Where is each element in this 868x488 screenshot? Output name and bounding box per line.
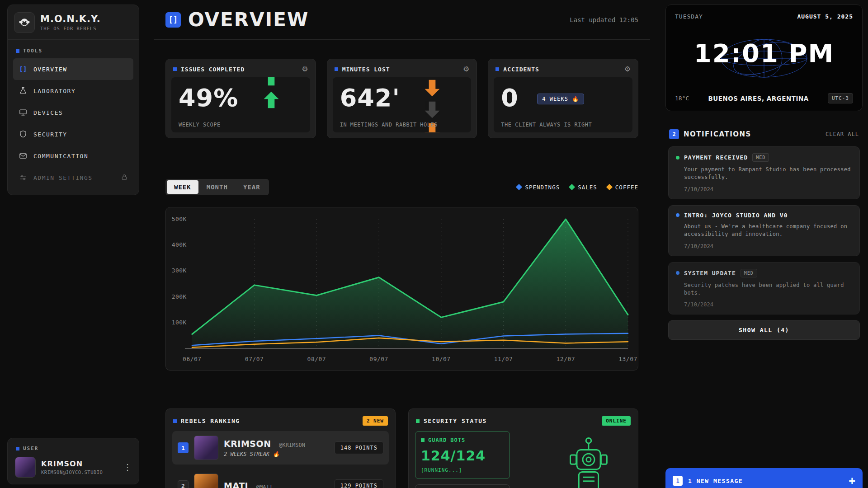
sidebar-item-label: SECURITY bbox=[33, 131, 67, 138]
points-badge: 148 POINTS bbox=[335, 441, 383, 454]
sidebar-item-devices[interactable]: DEVICES bbox=[13, 102, 133, 123]
diamond-icon bbox=[569, 184, 575, 190]
stats-row: ISSUES COMPLETED ⚙ 49% WEEKLY SCOPE MINU… bbox=[165, 59, 638, 138]
sidebar-item-label: COMMUNICATION bbox=[33, 153, 88, 160]
clear-all-button[interactable]: CLEAR ALL bbox=[826, 131, 859, 137]
svg-text:08/07: 08/07 bbox=[307, 356, 326, 362]
monitor-icon bbox=[19, 108, 28, 117]
overview-brackets-icon: [] bbox=[19, 66, 28, 73]
user-menu-button[interactable]: ⋮ bbox=[123, 462, 132, 472]
bottom-row: REBELS RANKING 2 NEW 1 KRIMSON @KRIMSON … bbox=[165, 408, 638, 488]
legend-label: SPENDINGS bbox=[525, 184, 560, 191]
stat-value-box: 642' IN MEETINGS AND RABBIT HOLES bbox=[333, 77, 472, 132]
notification-intro[interactable]: INTRO: JOYCO STUDIO AND V0 About us - We… bbox=[668, 205, 860, 256]
gear-icon[interactable]: ⚙ bbox=[463, 66, 469, 73]
sidebar-item-overview[interactable]: [] OVERVIEW bbox=[13, 58, 133, 80]
stat-bullet bbox=[335, 67, 338, 71]
sidebar-item-communication[interactable]: COMMUNICATION bbox=[13, 145, 133, 167]
clock-card: TUESDAY AUGUST 5, 2025 12:01 PM 18°C BUE… bbox=[665, 5, 863, 111]
rank-number: 1 bbox=[178, 442, 189, 453]
status-dot bbox=[676, 271, 679, 275]
user-card: USER KRIMSON KRIMSON@JOYCO.STUDIO ⋮ bbox=[7, 438, 139, 484]
svg-text:11/07: 11/07 bbox=[494, 356, 513, 362]
clock-day: TUESDAY bbox=[675, 13, 703, 20]
page-header: [] OVERVIEW Last updated 12:05 bbox=[154, 0, 650, 40]
user-label-text: USER bbox=[23, 446, 39, 451]
panel-bullet bbox=[416, 419, 420, 423]
message-label: 1 NEW MESSAGE bbox=[688, 478, 743, 484]
stat-title: ACCIDENTS bbox=[503, 66, 539, 73]
status-dot bbox=[676, 156, 679, 160]
section-bullet bbox=[16, 447, 19, 450]
stat-value: 0 bbox=[501, 84, 519, 112]
status-dot bbox=[676, 213, 679, 217]
avatar bbox=[194, 436, 218, 460]
guard-bots-status: [RUNNING...] bbox=[421, 467, 504, 473]
svg-text:300K: 300K bbox=[172, 267, 187, 274]
line-chart: 500K400K300K200K100K06/0707/0708/0709/07… bbox=[166, 207, 638, 370]
streak-badge: 4 WEEKS 🔥 bbox=[537, 94, 584, 104]
lock-icon bbox=[121, 174, 128, 182]
chart-legend: SPENDINGS SALES COFFEE bbox=[517, 184, 638, 191]
sidebar-item-security[interactable]: SECURITY bbox=[13, 123, 133, 145]
new-badge: 2 NEW bbox=[363, 416, 388, 426]
tab-week[interactable]: WEEK bbox=[167, 180, 198, 194]
notification-date: 7/10/2024 bbox=[684, 301, 852, 308]
notification-title: PAYMENT RECEIVED bbox=[684, 154, 748, 161]
svg-text:500K: 500K bbox=[172, 216, 187, 222]
stat-card-minutes-lost: MINUTES LOST ⚙ 642' IN MEETINGS AND RABB… bbox=[327, 59, 477, 138]
rank-streak: 2 WEEKS STREAK 🔥 bbox=[224, 451, 305, 457]
stat-value: 49% bbox=[179, 84, 238, 112]
monkey-logo-icon bbox=[14, 12, 35, 33]
tools-section: TOOLS [] OVERVIEW LABORATORY DEVICES bbox=[8, 39, 139, 195]
section-bullet bbox=[16, 49, 19, 53]
tab-month[interactable]: MONTH bbox=[199, 180, 235, 194]
notification-body: Your payment to Rampant Studio has been … bbox=[684, 166, 852, 182]
main-content: [] OVERVIEW Last updated 12:05 ISSUES CO… bbox=[154, 0, 650, 488]
app-title: M.O.N.K.Y. bbox=[40, 14, 101, 24]
plus-icon[interactable]: + bbox=[849, 475, 855, 486]
clock-date: AUGUST 5, 2025 bbox=[797, 13, 853, 20]
sales-chart-card: 500K400K300K200K100K06/0707/0708/0709/07… bbox=[165, 207, 638, 371]
stat-card-issues-completed: ISSUES COMPLETED ⚙ 49% WEEKLY SCOPE bbox=[165, 59, 316, 138]
right-sidebar: TUESDAY AUGUST 5, 2025 12:01 PM 18°C BUE… bbox=[665, 5, 863, 340]
user-section-label: USER bbox=[13, 443, 133, 456]
notification-date: 7/10/2024 bbox=[684, 243, 852, 249]
svg-text:200K: 200K bbox=[172, 293, 187, 300]
user-row: KRIMSON KRIMSON@JOYCO.STUDIO ⋮ bbox=[13, 456, 133, 478]
gear-icon[interactable]: ⚙ bbox=[302, 66, 308, 73]
rank-name: KRIMSON bbox=[224, 439, 271, 449]
svg-text:06/07: 06/07 bbox=[183, 356, 202, 362]
stat-bullet bbox=[495, 67, 499, 71]
timezone-badge: UTC-3 bbox=[828, 93, 853, 103]
overview-brackets-icon: [] bbox=[165, 12, 181, 28]
app-tagline: THE OS FOR REBELS bbox=[40, 26, 101, 31]
stat-bullet bbox=[173, 67, 177, 71]
temperature: 18°C bbox=[675, 95, 689, 102]
gear-icon[interactable]: ⚙ bbox=[624, 66, 631, 73]
sidebar-item-laboratory[interactable]: LABORATORY bbox=[13, 80, 133, 102]
guard-bots-bullet bbox=[421, 438, 425, 442]
sidebar-item-admin-settings[interactable]: ADMIN SETTINGS bbox=[13, 167, 133, 188]
legend-sales: SALES bbox=[570, 184, 597, 191]
show-all-button[interactable]: SHOW ALL (4) bbox=[668, 320, 860, 340]
points-badge: 129 POINTS bbox=[335, 479, 383, 488]
tools-section-label: TOOLS bbox=[13, 45, 133, 58]
new-message-bar[interactable]: 1 1 NEW MESSAGE + bbox=[665, 468, 863, 488]
svg-text:07/07: 07/07 bbox=[245, 356, 264, 362]
tab-year[interactable]: YEAR bbox=[236, 180, 268, 194]
online-badge: ONLINE bbox=[602, 416, 631, 426]
user-avatar bbox=[15, 457, 36, 478]
ranking-row-2[interactable]: 2 MATI @MATI 129 POINTS bbox=[172, 469, 389, 488]
notification-payment-received[interactable]: PAYMENT RECEIVED MED Your payment to Ram… bbox=[668, 146, 860, 199]
flask-icon bbox=[19, 87, 28, 95]
legend-coffee: COFFEE bbox=[607, 184, 638, 191]
ranking-row-1[interactable]: 1 KRIMSON @KRIMSON 2 WEEKS STREAK 🔥 148 … bbox=[172, 431, 389, 465]
notification-body: Security patches have been applied to al… bbox=[684, 282, 852, 297]
notification-system-update[interactable]: SYSTEM UPDATE MED Security patches have … bbox=[668, 262, 860, 315]
rank-handle: @KRIMSON bbox=[279, 442, 305, 448]
sidebar-item-label: LABORATORY bbox=[33, 88, 75, 94]
priority-badge: MED bbox=[752, 153, 769, 162]
legend-label: SALES bbox=[578, 184, 597, 191]
message-count-badge: 1 bbox=[673, 476, 683, 486]
